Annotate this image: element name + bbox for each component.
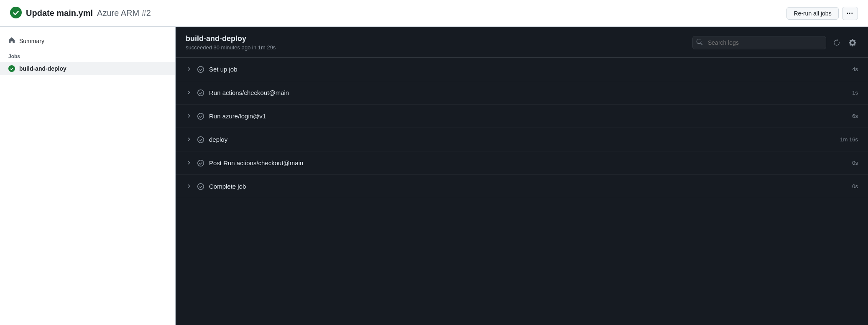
settings-button[interactable] [847, 37, 858, 48]
search-logs-wrapper [692, 36, 826, 49]
svg-point-1 [8, 65, 15, 72]
sidebar-job-item-build-and-deploy[interactable]: build-and-deploy [0, 62, 175, 75]
step-name: Complete job [209, 183, 246, 190]
job-header-meta: succeeded 30 minutes ago in 1m 29s [186, 44, 276, 51]
workflow-success-icon [10, 7, 22, 20]
step-row[interactable]: Set up job 4s [176, 58, 868, 81]
sidebar: Summary Jobs build-and-deploy [0, 27, 176, 325]
sidebar-summary-link[interactable]: Summary [0, 33, 175, 49]
step-duration: 0s [852, 183, 858, 189]
job-header: build-and-deploy succeeded 30 minutes ag… [176, 27, 868, 58]
step-left: Post Run actions/checkout@main [186, 159, 303, 166]
job-success-icon [8, 65, 15, 72]
job-header-left: build-and-deploy succeeded 30 minutes ag… [186, 34, 276, 51]
search-icon [697, 39, 702, 46]
step-name: Run actions/checkout@main [209, 89, 289, 96]
home-icon [8, 37, 15, 45]
search-logs-input[interactable] [692, 36, 826, 49]
content-area: build-and-deploy succeeded 30 minutes ag… [176, 27, 868, 325]
top-bar-left: Update main.yml Azure ARM #2 [10, 7, 151, 20]
workflow-title: Update main.yml [26, 8, 93, 18]
sidebar-job-name: build-and-deploy [19, 65, 66, 72]
step-row[interactable]: Complete job 0s [176, 175, 868, 198]
step-left: deploy [186, 136, 227, 143]
step-duration: 0s [852, 160, 858, 166]
step-row[interactable]: Run azure/login@v1 6s [176, 105, 868, 128]
sidebar-summary-label: Summary [19, 38, 44, 44]
svg-point-7 [198, 183, 204, 189]
step-left: Run azure/login@v1 [186, 113, 266, 120]
chevron-right-icon [186, 113, 192, 119]
step-duration: 4s [852, 66, 858, 72]
step-duration: 1m 16s [840, 136, 858, 143]
top-bar-right: Re-run all jobs ··· [786, 7, 858, 20]
top-bar: Update main.yml Azure ARM #2 Re-run all … [0, 0, 868, 27]
step-left: Complete job [186, 183, 246, 190]
step-success-icon [197, 136, 204, 143]
rerun-all-jobs-button[interactable]: Re-run all jobs [786, 7, 838, 20]
workflow-subtitle: Azure ARM #2 [97, 8, 151, 18]
step-row[interactable]: deploy 1m 16s [176, 128, 868, 151]
refresh-button[interactable] [831, 37, 842, 48]
step-name: Post Run actions/checkout@main [209, 159, 303, 166]
step-success-icon [197, 90, 204, 96]
step-success-icon [197, 113, 204, 120]
step-left: Run actions/checkout@main [186, 89, 289, 96]
step-success-icon [197, 183, 204, 190]
main-layout: Summary Jobs build-and-deploy build-and-… [0, 27, 868, 325]
step-name: deploy [209, 136, 227, 143]
chevron-right-icon [186, 90, 192, 96]
job-header-right [692, 36, 858, 49]
svg-point-2 [198, 66, 204, 72]
svg-point-6 [198, 160, 204, 166]
job-header-name: build-and-deploy [186, 34, 276, 43]
chevron-right-icon [186, 137, 192, 143]
more-options-button[interactable]: ··· [842, 7, 858, 20]
step-success-icon [197, 66, 204, 73]
steps-list: Set up job 4s Run actions/checkout@main [176, 58, 868, 325]
svg-point-4 [198, 113, 204, 119]
step-left: Set up job [186, 66, 237, 73]
step-row[interactable]: Run actions/checkout@main 1s [176, 81, 868, 105]
chevron-right-icon [186, 184, 192, 189]
step-name: Set up job [209, 66, 237, 73]
step-row[interactable]: Post Run actions/checkout@main 0s [176, 151, 868, 175]
step-success-icon [197, 160, 204, 166]
svg-point-3 [198, 90, 204, 95]
chevron-right-icon [186, 67, 192, 72]
svg-point-0 [10, 7, 22, 18]
svg-point-5 [198, 136, 204, 142]
chevron-right-icon [186, 160, 192, 166]
step-duration: 6s [852, 113, 858, 119]
jobs-section-label: Jobs [0, 49, 175, 62]
step-name: Run azure/login@v1 [209, 113, 266, 120]
step-duration: 1s [852, 90, 858, 96]
